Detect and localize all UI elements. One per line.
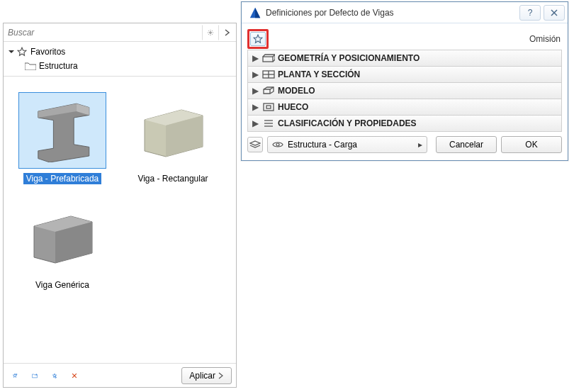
search-input[interactable] xyxy=(4,26,202,39)
cancel-button[interactable]: Cancelar xyxy=(436,136,497,153)
list-icon xyxy=(261,118,276,128)
section-label: CLASIFICACIÓN Y PROPIEDADES xyxy=(278,118,417,128)
layer-label: Estructura - Carga xyxy=(288,140,357,150)
thumbnail-label: Viga - Rectangular xyxy=(135,173,210,184)
tree-root-label: Favoritos xyxy=(30,47,65,57)
new-favorite-button[interactable] xyxy=(8,369,22,383)
delete-x-icon xyxy=(72,371,77,381)
favorites-popup-button[interactable] xyxy=(247,29,269,49)
geometry-icon xyxy=(261,53,276,63)
section-label: GEOMETRÍA Y POSICIONAMIENTO xyxy=(278,53,420,63)
favorite-item-generica[interactable]: Viga Genérica xyxy=(16,198,108,291)
chevron-right-icon xyxy=(224,29,231,36)
chevron-right-icon: ▶ xyxy=(251,86,259,96)
close-button[interactable] xyxy=(544,5,565,21)
favorites-panel: Favoritos Estructura Viga - Prefabricada xyxy=(3,23,237,388)
ok-button[interactable]: OK xyxy=(501,136,562,153)
section-label: MODELO xyxy=(278,86,315,96)
star-plus-icon xyxy=(12,370,18,381)
hole-icon xyxy=(261,102,276,112)
thumbnail-label: Viga Genérica xyxy=(33,279,92,291)
star-icon xyxy=(253,34,263,44)
svg-rect-26 xyxy=(264,103,274,111)
section-hueco[interactable]: ▶ HUECO xyxy=(247,99,562,116)
default-label: Omisión xyxy=(529,34,562,44)
dialog-title: Definiciones por Defecto de Vigas xyxy=(266,8,517,18)
reset-favorite-button[interactable] xyxy=(47,369,62,383)
expand-arrow-button[interactable] xyxy=(219,25,236,40)
svg-point-0 xyxy=(210,31,212,33)
section-geometria[interactable]: ▶ GEOMETRÍA Y POSICIONAMIENTO xyxy=(247,50,562,67)
thumbnail-image xyxy=(18,198,106,275)
svg-marker-31 xyxy=(250,141,260,145)
chevron-right-icon: ▸ xyxy=(418,140,422,150)
tree-item-estructura[interactable]: Estructura xyxy=(5,59,235,73)
apply-button[interactable]: Aplicar xyxy=(181,367,232,384)
close-icon xyxy=(550,9,558,17)
favorites-grid: Viga - Prefabricada Viga - Rectangular xyxy=(4,77,236,363)
favorite-item-rectangular[interactable]: Viga - Rectangular xyxy=(127,92,219,184)
new-folder-button[interactable] xyxy=(28,369,42,383)
layers-icon-button[interactable] xyxy=(247,137,263,152)
chevron-right-icon: ▶ xyxy=(251,118,259,128)
apply-label: Aplicar xyxy=(189,371,215,381)
layer-selector[interactable]: Estructura - Carga ▸ xyxy=(267,136,427,153)
svg-rect-27 xyxy=(266,106,271,108)
layers-icon xyxy=(249,140,261,149)
tree-item-label: Estructura xyxy=(39,61,78,71)
svg-marker-1 xyxy=(18,47,26,55)
eye-icon xyxy=(272,140,283,149)
thumbnail-label: Viga - Prefabricada xyxy=(23,173,102,184)
app-icon xyxy=(249,6,261,19)
svg-marker-21 xyxy=(254,35,262,43)
plan-section-icon xyxy=(261,70,276,79)
model-icon xyxy=(261,86,276,96)
tree-collapse-icon xyxy=(8,48,15,55)
beam-defaults-dialog: Definiciones por Defecto de Vigas ? Omis… xyxy=(241,1,568,161)
star-reset-icon xyxy=(52,370,57,381)
svg-point-32 xyxy=(276,143,279,146)
section-planta[interactable]: ▶ PLANTA Y SECCIÓN xyxy=(247,66,562,83)
help-icon: ? xyxy=(528,8,533,18)
settings-gear-button[interactable] xyxy=(202,25,219,40)
title-bar: Definiciones por Defecto de Vigas ? xyxy=(242,2,568,23)
favorites-toolbar: Aplicar xyxy=(4,363,236,387)
thumbnail-image xyxy=(18,92,106,169)
svg-rect-22 xyxy=(263,57,273,62)
folder-icon xyxy=(25,61,36,71)
star-icon xyxy=(16,47,28,57)
chevron-right-icon: ▶ xyxy=(251,69,259,79)
favorite-item-prefabricada[interactable]: Viga - Prefabricada xyxy=(16,92,108,184)
folder-plus-icon xyxy=(32,371,38,381)
section-label: HUECO xyxy=(278,102,308,112)
gear-icon xyxy=(207,28,214,38)
help-button[interactable]: ? xyxy=(519,5,541,21)
section-label: PLANTA Y SECCIÓN xyxy=(278,69,360,79)
favorites-tree: Favoritos Estructura xyxy=(4,42,236,77)
favorite-row: Omisión xyxy=(247,28,562,50)
delete-button[interactable] xyxy=(67,369,81,383)
search-row xyxy=(4,23,236,42)
chevron-right-icon xyxy=(218,372,224,379)
dialog-body: Omisión ▶ GEOMETRÍA Y POSICIONAMIENTO ▶ … xyxy=(242,23,568,160)
section-clasificacion[interactable]: ▶ CLASIFICACIÓN Y PROPIEDADES xyxy=(247,115,562,132)
tree-root-favoritos[interactable]: Favoritos xyxy=(5,45,235,59)
dialog-footer: Estructura - Carga ▸ Cancelar OK xyxy=(247,136,562,153)
chevron-right-icon: ▶ xyxy=(251,53,259,63)
chevron-right-icon: ▶ xyxy=(251,102,259,112)
section-modelo[interactable]: ▶ MODELO xyxy=(247,82,562,99)
thumbnail-image xyxy=(129,92,217,169)
